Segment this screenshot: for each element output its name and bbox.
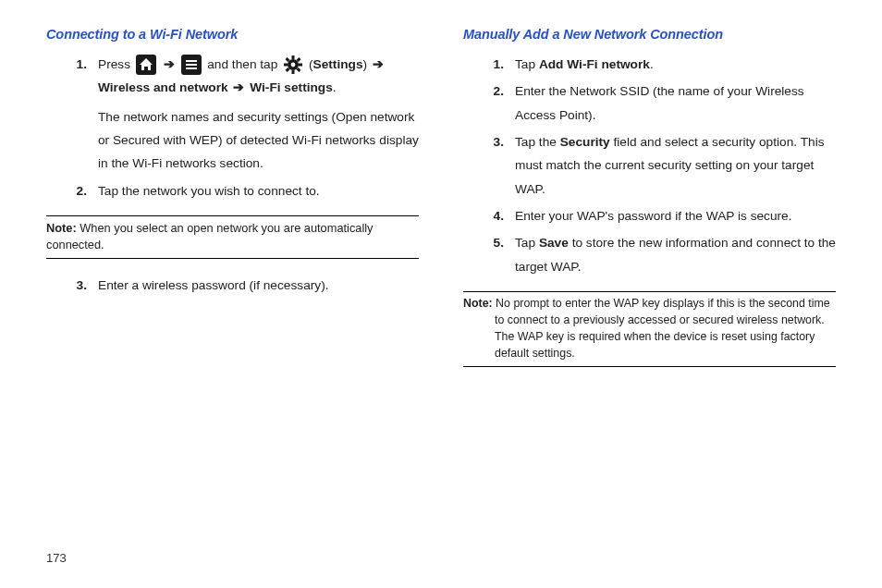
svg-rect-6 bbox=[284, 64, 288, 67]
svg-rect-1 bbox=[186, 64, 197, 66]
left-column: Connecting to a Wi-Fi Network 1. Press ➔ bbox=[46, 22, 419, 540]
right-note: Note: No prompt to enter the WAP key dis… bbox=[463, 291, 836, 367]
settings-gear-icon bbox=[283, 55, 303, 75]
step-text: Enter the Network SSID (the name of your… bbox=[515, 80, 836, 127]
left-note: Note: When you select an open network yo… bbox=[46, 215, 419, 259]
step-number: 1. bbox=[70, 53, 87, 176]
step-number: 2. bbox=[70, 179, 87, 202]
arrow-icon: ➔ bbox=[231, 80, 246, 94]
step-2: 2. Enter the Network SSID (the name of y… bbox=[487, 80, 836, 127]
step-number: 3. bbox=[487, 130, 504, 201]
step-1-line: Press ➔ and then tap (Settings) ➔ bbox=[98, 53, 419, 100]
svg-rect-4 bbox=[292, 55, 295, 59]
step-5: 5. Tap Save to store the new information… bbox=[487, 231, 836, 278]
left-steps-cont: 3. Enter a wireless password (if necessa… bbox=[46, 274, 419, 297]
settings-label: Settings bbox=[313, 57, 363, 71]
note-label: Note: bbox=[46, 221, 77, 235]
step-text: Enter your WAP's password if the WAP is … bbox=[515, 204, 836, 227]
page-number: 173 bbox=[46, 540, 836, 570]
step-number: 2. bbox=[487, 80, 504, 127]
step-3: 3. Tap the Security field and select a s… bbox=[487, 130, 836, 201]
svg-point-12 bbox=[291, 63, 296, 67]
wifi-settings-label: Wi-Fi settings bbox=[250, 80, 333, 94]
step-number: 3. bbox=[70, 274, 87, 297]
wireless-label: Wireless and network bbox=[98, 80, 228, 94]
step-4: 4. Enter your WAP's password if the WAP … bbox=[487, 204, 836, 227]
step-text: Enter a wireless password (if necessary)… bbox=[98, 274, 419, 297]
step-2: 2. Tap the network you wish to connect t… bbox=[70, 179, 419, 202]
note-text: No prompt to enter the WAP key displays … bbox=[493, 297, 830, 360]
svg-rect-0 bbox=[186, 60, 197, 62]
menu-icon bbox=[181, 55, 202, 75]
step-text: Tap the network you wish to connect to. bbox=[98, 179, 419, 202]
left-heading: Connecting to a Wi-Fi Network bbox=[46, 22, 419, 47]
note-text: When you select an open network you are … bbox=[46, 221, 374, 252]
left-steps: 1. Press ➔ and then tap bbox=[46, 53, 419, 202]
step-text: Tap the Security field and select a secu… bbox=[515, 130, 836, 201]
step-1: 1. Tap Add Wi-Fi network. bbox=[487, 53, 836, 76]
right-steps: 1. Tap Add Wi-Fi network. 2. Enter the N… bbox=[463, 53, 836, 278]
arrow-icon: ➔ bbox=[371, 57, 386, 71]
right-heading: Manually Add a New Network Connection bbox=[463, 22, 836, 47]
step-number: 4. bbox=[487, 204, 504, 227]
step-text: Tap Save to store the new information an… bbox=[515, 231, 836, 278]
note-label: Note: bbox=[463, 297, 493, 310]
home-icon bbox=[136, 55, 156, 75]
arrow-icon: ➔ bbox=[162, 57, 177, 71]
step-3: 3. Enter a wireless password (if necessa… bbox=[70, 274, 419, 297]
step-1-para2: The network names and security settings … bbox=[98, 105, 419, 176]
svg-rect-2 bbox=[186, 67, 197, 69]
step-1: 1. Press ➔ and then tap bbox=[70, 53, 419, 176]
svg-rect-5 bbox=[292, 70, 295, 74]
right-column: Manually Add a New Network Connection 1.… bbox=[463, 22, 836, 540]
step-number: 1. bbox=[487, 53, 504, 76]
step-number: 5. bbox=[487, 231, 504, 278]
step-text: Tap Add Wi-Fi network. bbox=[515, 53, 836, 76]
svg-rect-7 bbox=[299, 64, 302, 67]
